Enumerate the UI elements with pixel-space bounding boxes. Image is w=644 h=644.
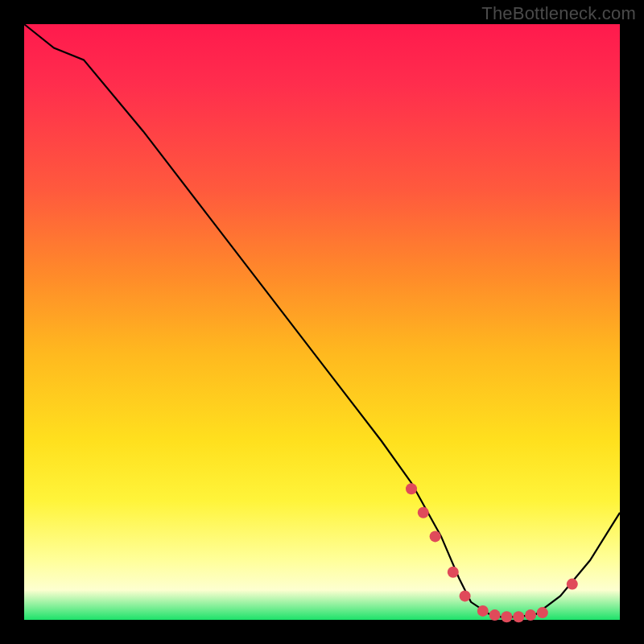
curve-marker [537,607,548,618]
curve-svg [24,24,620,620]
chart-frame: TheBottleneck.com [0,0,644,644]
curve-marker [430,530,441,542]
curve-marker [525,609,536,621]
plot-area [24,24,620,620]
watermark-text: TheBottleneck.com [481,3,636,24]
curve-marker [501,611,512,622]
bottleneck-curve-path [24,24,620,617]
curve-marker [489,609,501,621]
curve-marker [513,611,524,622]
curve-marker [460,590,471,601]
curve-marker [418,507,429,518]
curve-marker [448,567,459,578]
curve-marker [567,579,578,590]
curve-marker [477,605,489,617]
curve-marker [406,483,417,494]
